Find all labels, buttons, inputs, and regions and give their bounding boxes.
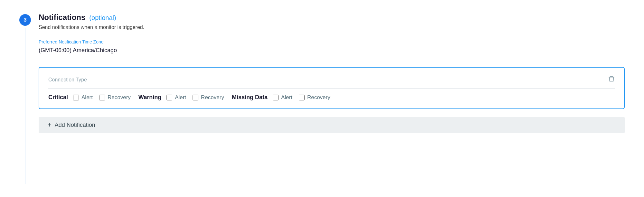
timezone-value: (GMT-06:00) America/Chicago [39,47,174,57]
missing-recovery-item: Recovery [299,94,330,101]
step-line [25,28,25,184]
add-notification-button[interactable]: + Add Notification [39,117,625,133]
section-description: Send notifications when a monitor is tri… [39,24,625,30]
missing-alert-label: Alert [281,94,292,101]
connection-type-label: Connection Type [48,77,87,83]
step-indicator-column: 3 [19,13,31,184]
section-header: Notifications (optional) [39,13,625,22]
critical-alert-item: Alert [73,94,93,101]
delete-notification-icon[interactable] [608,75,615,84]
critical-recovery-checkbox[interactable] [99,95,105,100]
notification-card: Connection Type Critical Alert Recover [39,67,625,109]
missing-recovery-label: Recovery [307,94,330,101]
connection-type-row: Connection Type [48,75,615,89]
warning-recovery-checkbox[interactable] [193,95,198,100]
missing-data-group-label: Missing Data [232,94,268,101]
critical-group-label: Critical [48,94,68,101]
warning-alert-item: Alert [166,94,186,101]
warning-group-label: Warning [138,94,161,101]
missing-recovery-checkbox[interactable] [299,95,305,100]
plus-icon: + [48,121,52,129]
step-number-badge: 3 [19,14,31,26]
missing-alert-item: Alert [273,94,292,101]
section-title: Notifications [39,13,85,22]
warning-alert-checkbox[interactable] [166,95,172,100]
timezone-field-label: Preferred Notification Time Zone [39,39,625,44]
checkboxes-row: Critical Alert Recovery Warning Alert [48,94,615,101]
critical-alert-checkbox[interactable] [73,95,79,100]
critical-recovery-label: Recovery [108,94,131,101]
warning-recovery-label: Recovery [201,94,224,101]
content-column: Notifications (optional) Send notificati… [39,13,625,184]
warning-alert-label: Alert [175,94,186,101]
optional-label: (optional) [89,14,116,22]
page-container: 3 Notifications (optional) Send notifica… [0,0,644,197]
missing-alert-checkbox[interactable] [273,95,279,100]
critical-recovery-item: Recovery [99,94,131,101]
add-notification-label: Add Notification [55,122,95,128]
warning-recovery-item: Recovery [193,94,224,101]
critical-alert-label: Alert [81,94,93,101]
